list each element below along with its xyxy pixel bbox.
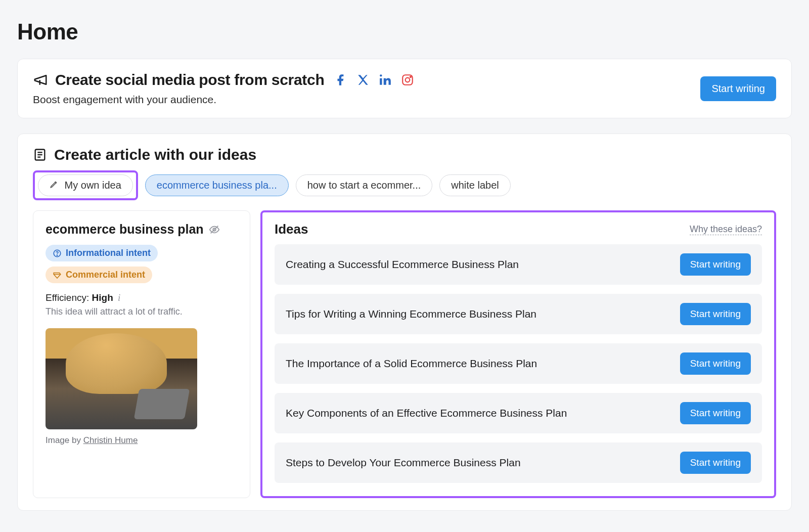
info-icon[interactable]: i: [118, 292, 120, 303]
idea-chips: My own idea ecommerce business pla... ho…: [33, 170, 776, 200]
svg-rect-0: [380, 78, 382, 85]
image-credit: Image by Christin Hume: [46, 435, 238, 446]
start-writing-idea-button[interactable]: Start writing: [680, 253, 751, 276]
keyword-title: ecommerce business plan: [46, 222, 204, 237]
chip-my-own-idea[interactable]: My own idea: [38, 174, 133, 196]
badge-commercial-label: Commercial intent: [66, 270, 145, 280]
chip-white-label[interactable]: white label: [439, 174, 511, 196]
idea-row: Creating a Successful Ecommerce Business…: [275, 244, 762, 285]
social-card-title: Create social media post from scratch: [55, 71, 324, 88]
document-icon: [33, 148, 47, 162]
article-ideas-card: Create article with our ideas My own ide…: [17, 134, 792, 511]
chip-how-to-start[interactable]: how to start a ecommer...: [296, 174, 433, 196]
chip-my-own-idea-label: My own idea: [65, 180, 121, 191]
badge-commercial-intent: Commercial intent: [46, 267, 152, 283]
idea-title: Key Components of an Effective Ecommerce…: [286, 407, 567, 419]
badge-informational-intent: Informational intent: [46, 245, 158, 261]
megaphone-icon: [33, 72, 48, 87]
image-credit-link[interactable]: Christin Hume: [83, 435, 138, 445]
svg-point-4: [410, 76, 411, 77]
idea-title: The Importance of a Solid Ecommerce Busi…: [286, 358, 537, 370]
keyword-detail-panel: ecommerce business plan Informational in…: [33, 210, 250, 498]
chip-ecommerce-business-plan[interactable]: ecommerce business pla...: [145, 174, 289, 196]
facebook-icon: [334, 73, 347, 86]
idea-row: Key Components of an Effective Ecommerce…: [275, 393, 762, 433]
start-writing-idea-button[interactable]: Start writing: [680, 352, 751, 375]
svg-point-1: [380, 74, 382, 76]
x-twitter-icon: [356, 73, 370, 86]
image-credit-prefix: Image by: [46, 435, 83, 445]
article-card-title: Create article with our ideas: [54, 146, 256, 163]
idea-title: Steps to Develop Your Ecommerce Business…: [286, 457, 521, 469]
why-these-ideas-link[interactable]: Why these ideas?: [690, 224, 762, 235]
highlight-my-own-idea: My own idea: [33, 170, 138, 200]
svg-point-3: [406, 78, 410, 82]
pencil-icon: [50, 180, 59, 189]
efficiency-line: Efficiency: High i: [46, 292, 238, 303]
hide-icon[interactable]: [209, 224, 220, 235]
svg-point-12: [57, 255, 57, 255]
linkedin-icon: [379, 73, 392, 86]
ideas-heading: Ideas: [275, 221, 308, 237]
efficiency-description: This idea will attract a lot of traffic.: [46, 306, 238, 317]
idea-row: Tips for Writing a Winning Ecommerce Bus…: [275, 294, 762, 334]
idea-row: Steps to Develop Your Ecommerce Business…: [275, 442, 762, 483]
start-writing-social-button[interactable]: Start writing: [700, 76, 776, 101]
efficiency-value: High: [92, 292, 113, 303]
efficiency-label: Efficiency:: [46, 292, 92, 303]
idea-title: Creating a Successful Ecommerce Business…: [286, 258, 519, 271]
ideas-panel-highlight: Ideas Why these ideas? Creating a Succes…: [260, 210, 776, 498]
keyword-image: [46, 328, 197, 429]
idea-row: The Importance of a Solid Ecommerce Busi…: [275, 343, 762, 384]
social-card-subtitle: Boost engagement with your audience.: [33, 94, 414, 106]
start-writing-idea-button[interactable]: Start writing: [680, 303, 751, 325]
instagram-icon: [401, 73, 414, 86]
page-title: Home: [17, 19, 792, 45]
idea-title: Tips for Writing a Winning Ecommerce Bus…: [286, 308, 536, 320]
badge-informational-label: Informational intent: [66, 248, 151, 258]
start-writing-idea-button[interactable]: Start writing: [680, 452, 751, 474]
start-writing-idea-button[interactable]: Start writing: [680, 402, 751, 424]
social-media-card: Create social media post from scratch: [17, 59, 792, 118]
